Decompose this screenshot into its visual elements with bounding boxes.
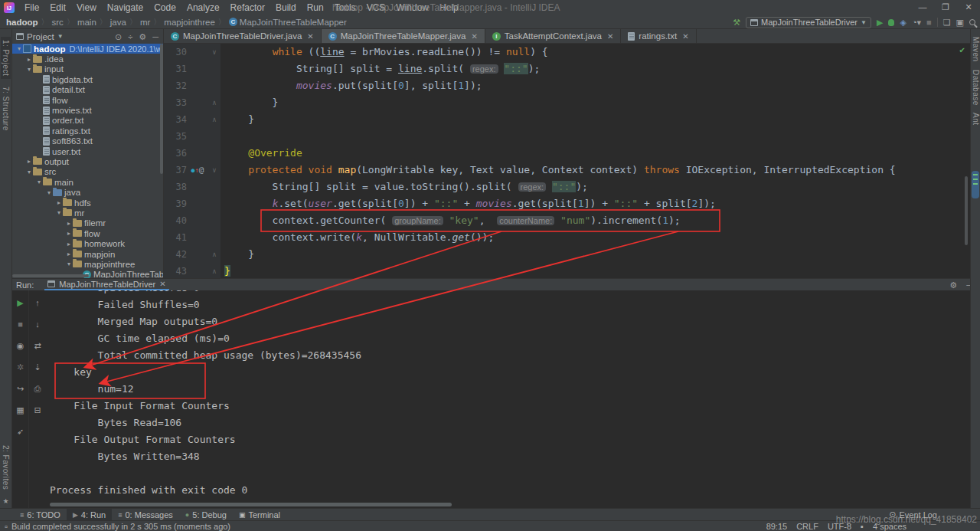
breadcrumb-item-MapJoinThreeTableMapper[interactable]: MapJoinThreeTableMapper bbox=[240, 18, 347, 27]
profiler-icon[interactable]: ◔▾ bbox=[912, 15, 921, 29]
rerun-icon[interactable]: ▶ bbox=[17, 296, 23, 310]
tree-item-soft863txt[interactable]: soft863.txt bbox=[12, 136, 163, 146]
build-hammer-icon[interactable]: ⚒ bbox=[733, 15, 740, 29]
fold-close-icon[interactable]: ∧ bbox=[208, 246, 220, 263]
menu-item-run[interactable]: Run bbox=[302, 2, 329, 13]
tool-window-button-favorites[interactable]: 2: Favorites bbox=[2, 445, 10, 490]
tool-window-button-ant[interactable]: Ant bbox=[972, 113, 980, 126]
tree-item-input[interactable]: ▾input bbox=[12, 64, 163, 74]
tool-window-button-database[interactable]: Database bbox=[972, 70, 980, 106]
menu-item-analyze[interactable]: Analyze bbox=[181, 2, 225, 13]
clear-all-icon[interactable]: ⊟ bbox=[34, 403, 41, 417]
breadcrumb-item-main[interactable]: main bbox=[77, 18, 96, 27]
project-structure-icon[interactable]: ❏ bbox=[943, 15, 951, 29]
chevron-collapsed-icon[interactable]: ▸ bbox=[65, 230, 73, 237]
stop-icon[interactable]: ■ bbox=[926, 15, 932, 29]
run-tab[interactable]: MapJoinThreeTableDriver ✕ bbox=[44, 279, 168, 290]
tree-item-output[interactable]: ▸output bbox=[12, 156, 163, 166]
breadcrumb-item-hadoop[interactable]: hadoop bbox=[6, 18, 38, 27]
caret-position[interactable]: 89:15 bbox=[766, 522, 788, 531]
exit-icon[interactable]: ↪ bbox=[17, 382, 24, 395]
editor-tab-ratings-txt[interactable]: ratings.txt✕ bbox=[621, 29, 696, 43]
menu-item-code[interactable]: Code bbox=[149, 2, 181, 13]
print-icon[interactable]: ⎙ bbox=[34, 382, 41, 395]
minimize-button[interactable]: — bbox=[911, 0, 934, 15]
menu-item-build[interactable]: Build bbox=[270, 2, 302, 13]
inspections-ok-icon[interactable]: ✔ bbox=[959, 46, 965, 54]
fold-close-icon[interactable]: ∧ bbox=[208, 263, 220, 278]
pin-icon[interactable]: ➶ bbox=[17, 424, 24, 438]
tree-item-filemr[interactable]: ▸filemr bbox=[12, 218, 163, 228]
tree-item-detailtxt[interactable]: detail.txt bbox=[12, 85, 163, 95]
tool-window-button-todo[interactable]: ≡6: TODO bbox=[14, 509, 67, 521]
chevron-expanded-icon[interactable]: ▾ bbox=[45, 189, 53, 196]
tool-window-button-maven[interactable]: Maven bbox=[972, 37, 980, 62]
settings-gear-icon[interactable]: ⚙ bbox=[949, 278, 957, 292]
down-stack-icon[interactable]: ↓ bbox=[35, 317, 40, 331]
tree-item-mapjointhree[interactable]: ▾mapjointhree bbox=[12, 259, 163, 269]
close-icon[interactable]: ✕ bbox=[307, 32, 313, 41]
breadcrumb-item-src[interactable]: src bbox=[52, 18, 64, 27]
tree-item-hdfs[interactable]: ▸hdfs bbox=[12, 198, 163, 208]
chevron-collapsed-icon[interactable]: ▸ bbox=[65, 241, 73, 247]
close-icon[interactable]: ✕ bbox=[159, 280, 165, 288]
menu-item-edit[interactable]: Edit bbox=[44, 2, 71, 13]
tree-item-java[interactable]: ▾java bbox=[12, 187, 163, 197]
tool-window-button-project[interactable]: 1: Project bbox=[1, 37, 11, 79]
tree-item-mr[interactable]: ▾mr bbox=[12, 208, 163, 218]
soft-wrap-icon[interactable]: ⇄ bbox=[34, 339, 41, 352]
tree-item-bigdatatxt[interactable]: bigdata.txt bbox=[12, 74, 163, 84]
tree-item-hadoop[interactable]: ▾hadoopD:\IntelliJ IDEA 2020.1\workspace… bbox=[12, 44, 163, 54]
close-icon[interactable]: ✕ bbox=[682, 32, 688, 41]
tree-item-ratingstxt[interactable]: ratings.txt bbox=[12, 126, 163, 136]
code-area[interactable]: 30∨ while ((line = brMovies.readLine()) … bbox=[164, 44, 970, 278]
chevron-collapsed-icon[interactable]: ▸ bbox=[25, 158, 33, 165]
tree-item-idea[interactable]: ▸.idea bbox=[12, 54, 163, 64]
project-view-selector[interactable]: Project ▼ bbox=[16, 32, 64, 41]
menu-item-refactor[interactable]: Refactor bbox=[225, 2, 270, 13]
collapse-all-icon[interactable]: ÷ bbox=[128, 30, 132, 44]
tool-window-button-messages[interactable]: ≡0: Messages bbox=[112, 509, 179, 521]
chevron-collapsed-icon[interactable]: ▸ bbox=[55, 199, 63, 206]
close-icon[interactable]: ✕ bbox=[471, 32, 477, 41]
stop-icon[interactable]: ■ bbox=[18, 317, 23, 331]
tool-window-button-terminal[interactable]: ▣Terminal bbox=[233, 509, 286, 521]
debug-icon[interactable] bbox=[888, 19, 894, 26]
tree-item-homework[interactable]: ▸homework bbox=[12, 238, 163, 248]
chevron-collapsed-icon[interactable]: ▸ bbox=[65, 251, 73, 257]
tree-item-moviestxt[interactable]: movies.txt bbox=[12, 105, 163, 115]
chevron-expanded-icon[interactable]: ▾ bbox=[25, 66, 33, 73]
restore-layout-icon[interactable]: ▦ bbox=[16, 403, 24, 417]
hide-panel-icon[interactable]: ─ bbox=[152, 30, 158, 44]
chevron-expanded-icon[interactable]: ▾ bbox=[65, 261, 73, 267]
scroll-to-end-icon[interactable]: ⇣ bbox=[34, 360, 41, 374]
up-stack-icon[interactable]: ↑ bbox=[35, 296, 40, 310]
close-icon[interactable]: ✕ bbox=[607, 32, 613, 41]
tree-item-mapjoin[interactable]: ▸mapjoin bbox=[12, 249, 163, 259]
run-icon[interactable]: ▶ bbox=[877, 15, 883, 29]
fold-close-icon[interactable]: ∧ bbox=[208, 111, 220, 128]
coverage-icon[interactable]: ◈ bbox=[900, 15, 906, 29]
fold-close-icon[interactable]: ∧ bbox=[208, 94, 220, 111]
editor-tab-taskattemptcontext-java[interactable]: ITaskAttemptContext.java✕ bbox=[485, 29, 622, 43]
project-tree-vertical-scrollbar[interactable] bbox=[160, 44, 163, 174]
chevron-expanded-icon[interactable]: ▾ bbox=[35, 179, 43, 185]
search-everywhere-icon[interactable] bbox=[969, 19, 975, 25]
editor-vertical-scrollbar[interactable] bbox=[965, 176, 968, 245]
run-console[interactable]: Spilled Records=0 Failed Shuffles=0 Merg… bbox=[50, 290, 980, 508]
tool-window-button-structure[interactable]: 7: Structure bbox=[2, 87, 10, 131]
menu-item-file[interactable]: File bbox=[19, 2, 44, 13]
running-processes-icon[interactable]: ▣ bbox=[956, 15, 964, 29]
fold-open-icon[interactable]: ∨ bbox=[208, 162, 220, 179]
tree-item-ordertxt[interactable]: order.txt bbox=[12, 116, 163, 126]
tool-window-button-run[interactable]: ▶4: Run bbox=[67, 509, 112, 521]
locate-icon[interactable]: ⊙ bbox=[115, 30, 122, 44]
tree-item-main[interactable]: ▾main bbox=[12, 177, 163, 187]
chevron-collapsed-icon[interactable]: ▸ bbox=[25, 56, 33, 63]
menu-item-navigate[interactable]: Navigate bbox=[102, 2, 149, 13]
tree-item-usertxt[interactable]: user.txt bbox=[12, 146, 163, 156]
chevron-expanded-icon[interactable]: ▾ bbox=[15, 45, 23, 52]
breadcrumb-item-mr[interactable]: mr bbox=[140, 18, 150, 27]
editor-tab-mapjointhreetablemapper-java[interactable]: CMapJoinThreeTableMapper.java✕ bbox=[322, 29, 485, 43]
fold-open-icon[interactable]: ∨ bbox=[208, 44, 220, 61]
